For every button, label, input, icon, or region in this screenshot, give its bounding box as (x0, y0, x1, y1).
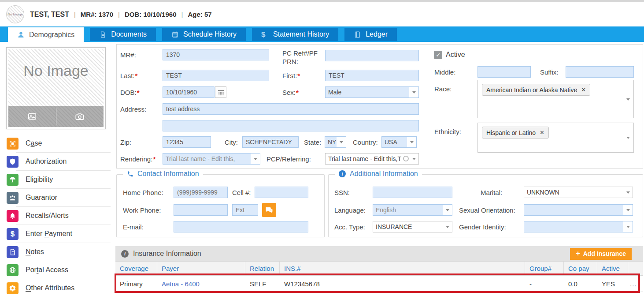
chevron-down-icon[interactable] (337, 137, 346, 147)
remove-tag-icon[interactable]: ✕ (540, 129, 544, 136)
cell-payer[interactable]: Aetna - 6400 (157, 276, 245, 292)
document-icon (99, 31, 107, 38)
chevron-down-icon[interactable] (443, 221, 452, 232)
upload-image-icon[interactable] (8, 106, 56, 127)
home-phone-label: Home Phone: (123, 188, 163, 197)
ssn-input[interactable] (373, 187, 452, 198)
pcp-referring-label: PCP/Referring: (266, 155, 311, 163)
demographics-form-panel: MR#: PC Ref#/PF PRN: Last:* First:* DOB:… (116, 44, 643, 169)
sidebar: No Image CaseAuthorizationEligibilityGua… (0, 42, 113, 296)
gender-identity-label: Gender Identity: (459, 223, 506, 231)
separator: | (177, 11, 188, 18)
sidebar-item-label: Authorization (26, 157, 67, 165)
chevron-down-icon[interactable] (626, 137, 630, 139)
sidebar-item-guarantor[interactable]: Guarantor (0, 189, 113, 206)
language-dropdown[interactable]: English (373, 204, 452, 216)
state-dropdown[interactable]: NY (325, 136, 346, 148)
gear-icon (7, 282, 19, 294)
insurance-table-row: PrimaryAetna - 6400SELFW12345678-0.0YES.… (115, 276, 643, 292)
dob-input[interactable] (163, 86, 215, 98)
tab-documents[interactable]: Documents (90, 28, 156, 41)
cell-active: YES (597, 276, 628, 292)
patient-avatar: No Image (6, 5, 24, 23)
calendar-icon[interactable] (215, 86, 226, 98)
dollar-icon: $ (261, 31, 269, 38)
marital-dropdown[interactable]: UNKNOWN (524, 187, 633, 198)
file-icon (7, 246, 19, 258)
pcref-input[interactable] (325, 50, 419, 61)
last-name-input[interactable] (163, 70, 269, 81)
chevron-down-icon[interactable] (409, 87, 418, 97)
middle-input[interactable] (477, 66, 531, 78)
sidebar-item-authorization[interactable]: Authorization (0, 153, 113, 170)
language-label: Language: (334, 206, 366, 214)
sidebar-item-eligibility[interactable]: Eligibility (0, 171, 113, 188)
last-name-label: Last:* (120, 71, 137, 80)
chevron-down-icon[interactable] (409, 154, 418, 164)
email-input[interactable] (174, 221, 308, 232)
chevron-down-icon[interactable] (623, 221, 633, 232)
sms-chat-icon[interactable] (262, 203, 276, 217)
loading-circle (403, 156, 409, 161)
zip-input[interactable] (163, 136, 211, 148)
umbrella-icon (7, 174, 19, 186)
tab-ledger[interactable]: Ledger (344, 28, 397, 41)
cell-input[interactable] (255, 187, 308, 198)
remove-tag-icon[interactable]: ✕ (581, 86, 586, 93)
sidebar-item-portal-access[interactable]: Portal Access (0, 261, 113, 279)
sidebar-item-case[interactable]: Case (0, 135, 113, 152)
work-phone-input[interactable] (174, 204, 228, 216)
insurance-header-bar: Insurance Information + Add Insurance (115, 246, 643, 261)
cell-group: - (525, 276, 564, 292)
gender-identity-dropdown[interactable] (524, 221, 633, 232)
sidebar-item-label: Portal Access (26, 266, 68, 274)
suffix-input[interactable] (566, 66, 634, 78)
sidebar-item-recalls-alerts[interactable]: Recalls/Alerts (0, 207, 113, 225)
add-insurance-button[interactable]: + Add Insurance (570, 248, 632, 260)
marital-label: Marital: (481, 188, 502, 197)
active-label: Active (446, 51, 465, 59)
chevron-down-icon[interactable] (251, 154, 260, 164)
ethnicity-multiselect[interactable]: Hispanic or Latino ✕ (477, 123, 634, 153)
acc-type-dropdown[interactable]: INSURANCE (373, 221, 452, 232)
rendering-dropdown[interactable]: Trial last name - Edit this, (163, 153, 260, 165)
chevron-down-icon[interactable] (623, 205, 633, 215)
sidebar-item-other-attributes[interactable]: Other Attributes (0, 279, 113, 296)
home-phone-input[interactable] (174, 187, 228, 198)
ext-input[interactable] (232, 204, 258, 216)
country-label: Country: (353, 138, 378, 146)
tab-schedule-history[interactable]: Schedule History (162, 28, 246, 41)
tab-statement-history[interactable]: $Statement History (252, 28, 338, 41)
address-line1-input[interactable] (163, 103, 419, 115)
shield-icon (7, 156, 19, 168)
active-checkbox[interactable] (434, 51, 442, 59)
cell-coverage: Primary (115, 276, 157, 292)
column-header-group: Group# (525, 262, 564, 275)
chevron-down-icon[interactable] (626, 98, 630, 101)
tab-bar: DemographicsDocumentsSchedule History$St… (0, 26, 644, 42)
address-line2-input[interactable] (163, 120, 419, 131)
chevron-down-icon[interactable] (623, 187, 633, 198)
mr-input[interactable] (163, 49, 269, 60)
cell-copay: 0.0 (564, 276, 597, 292)
race-multiselect[interactable]: American Indian or Alaska Native ✕ (477, 80, 634, 118)
users-icon (7, 192, 19, 204)
take-photo-camera-icon[interactable] (56, 106, 104, 127)
dob-label: DOB:* (120, 88, 140, 97)
sex-dropdown[interactable]: Male (325, 86, 419, 98)
city-label: City: (225, 138, 238, 146)
city-input[interactable] (242, 136, 299, 148)
tab-demographics[interactable]: Demographics (8, 27, 84, 42)
sexual-orientation-dropdown[interactable] (524, 204, 633, 216)
patient-mr: MR#: 1370 (81, 11, 113, 18)
address-label: Address: (120, 105, 146, 113)
chevron-down-icon[interactable] (443, 205, 452, 215)
row-menu-ellipsis-icon[interactable]: ... (628, 276, 643, 292)
sidebar-item-notes[interactable]: Notes (0, 243, 113, 261)
first-name-input[interactable] (325, 70, 419, 81)
country-dropdown[interactable]: USA (381, 136, 417, 148)
calendar-icon (171, 31, 179, 38)
tab-label: Documents (111, 30, 147, 38)
chevron-down-icon[interactable] (407, 137, 416, 147)
sidebar-item-enter-payment[interactable]: $Enter Payment (0, 225, 113, 243)
